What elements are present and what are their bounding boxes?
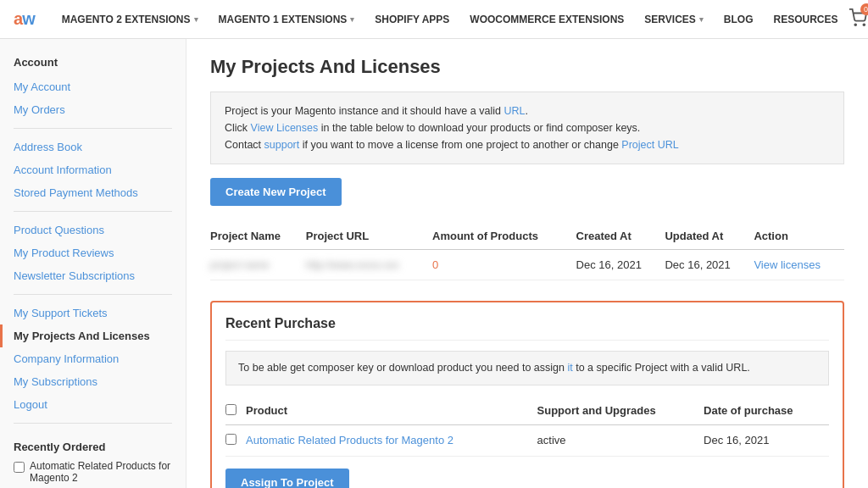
assign-info-box: To be able get composer key or download … xyxy=(225,351,829,385)
sidebar-item-my-account[interactable]: My Account xyxy=(0,75,186,98)
sidebar-item-projects-licenses[interactable]: My Projects And Licenses xyxy=(0,324,186,347)
sidebar-item-stored-payment[interactable]: Stored Payment Methods xyxy=(0,181,186,204)
sidebar-item-my-orders[interactable]: My Orders xyxy=(0,98,186,121)
chevron-down-icon: ▾ xyxy=(194,15,198,24)
nav-shopify[interactable]: SHOPIFY APPS xyxy=(364,0,459,39)
sidebar-item-product-reviews[interactable]: My Product Reviews xyxy=(0,241,186,264)
logo-letter-a: a xyxy=(14,9,22,29)
col-amount: Amount of Products xyxy=(432,223,576,250)
created-at-cell: Dec 16, 2021 xyxy=(576,250,665,280)
info-url-link[interactable]: URL xyxy=(504,105,525,117)
blurred-project-url: http://www.xxxxx.xxx xyxy=(306,259,399,271)
col-project-url: Project URL xyxy=(306,223,432,250)
create-new-project-button[interactable]: Create New Project xyxy=(210,178,342,206)
info-line3: Contact support if you want to move a li… xyxy=(225,136,830,153)
amount-cell: 0 xyxy=(432,250,576,280)
sidebar-divider-3 xyxy=(14,294,172,295)
blurred-project-name: project name xyxy=(210,259,269,271)
sidebar-item-address-book[interactable]: Address Book xyxy=(0,136,186,158)
row-checkbox-cell xyxy=(225,424,246,456)
top-nav: aw MAGENTO 2 EXTENSIONS ▾ MAGENTO 1 EXTE… xyxy=(0,0,868,39)
nav-magento1[interactable]: MAGENTO 1 EXTENSIONS ▾ xyxy=(209,0,365,39)
recently-ordered-item: Automatic Related Products for Magento 2 xyxy=(14,460,172,484)
date-purchase-cell: Dec 16, 2021 xyxy=(704,424,829,456)
chevron-down-icon: ▾ xyxy=(350,15,354,24)
page-layout: Account My Account My Orders Address Boo… xyxy=(0,39,868,488)
col-checkbox xyxy=(225,397,246,425)
recently-ordered-section: Recently Ordered Automatic Related Produ… xyxy=(0,430,186,488)
cart-button[interactable]: 0 xyxy=(849,8,867,30)
info-line1: Project is your Magento instance and it … xyxy=(225,103,830,119)
support-status-cell: active xyxy=(537,424,704,456)
info-text-project: Project xyxy=(225,105,258,117)
projects-table: Project Name Project URL Amount of Produ… xyxy=(210,223,844,280)
sidebar: Account My Account My Orders Address Boo… xyxy=(0,39,186,488)
page-title: My Projects And Licenses xyxy=(210,56,844,78)
col-support: Support and Upgrades xyxy=(537,397,704,425)
assign-to-project-button[interactable]: Assign To Project xyxy=(225,469,349,488)
col-product: Product xyxy=(246,397,537,425)
sidebar-item-newsletter[interactable]: Newsletter Subscriptions xyxy=(0,264,186,287)
assign-it-link[interactable]: it xyxy=(567,362,572,374)
col-updated-at: Updated At xyxy=(665,223,754,250)
purchase-table-row: Automatic Related Products for Magento 2… xyxy=(225,424,829,456)
nav-right: 0 xyxy=(849,8,867,30)
recent-purchase-title: Recent Purchase xyxy=(225,316,829,341)
recently-ordered-checkbox[interactable] xyxy=(14,462,25,473)
project-name-cell: project name xyxy=(210,250,306,280)
main-content: My Projects And Licenses Project is your… xyxy=(186,39,868,488)
row-checkbox[interactable] xyxy=(225,434,236,445)
view-licenses-link[interactable]: View licenses xyxy=(754,250,844,280)
account-section-title: Account xyxy=(0,53,186,75)
svg-point-1 xyxy=(863,24,865,25)
sidebar-item-account-information[interactable]: Account Information xyxy=(0,158,186,181)
sidebar-item-product-questions[interactable]: Product Questions xyxy=(0,219,186,241)
sidebar-divider-2 xyxy=(14,211,172,212)
info-project-url-link[interactable]: Project URL xyxy=(621,139,678,151)
select-all-checkbox[interactable] xyxy=(225,404,236,415)
col-action: Action xyxy=(754,223,844,250)
nav-magento2[interactable]: MAGENTO 2 EXTENSIONS ▾ xyxy=(52,0,209,39)
svg-point-0 xyxy=(854,24,856,25)
table-row: project name http://www.xxxxx.xxx 0 Dec … xyxy=(210,250,844,280)
recent-purchase-box: Recent Purchase To be able get composer … xyxy=(210,301,844,488)
sidebar-divider xyxy=(14,128,172,129)
info-box: Project is your Magento instance and it … xyxy=(210,92,844,164)
nav-woocommerce[interactable]: WOOCOMMERCE EXTENSIONS xyxy=(459,0,634,39)
purchase-table: Product Support and Upgrades Date of pur… xyxy=(225,397,829,457)
sidebar-divider-4 xyxy=(14,423,172,424)
info-support-link[interactable]: support xyxy=(264,139,300,151)
sidebar-item-support-tickets[interactable]: My Support Tickets xyxy=(0,302,186,324)
recently-ordered-product-name: Automatic Related Products for Magento 2 xyxy=(30,460,172,484)
recently-ordered-title: Recently Ordered xyxy=(14,441,172,453)
project-url-cell: http://www.xxxxx.xxx xyxy=(306,250,432,280)
logo-letter-w: w xyxy=(22,9,35,29)
nav-items: MAGENTO 2 EXTENSIONS ▾ MAGENTO 1 EXTENSI… xyxy=(52,0,849,39)
sidebar-item-logout[interactable]: Logout xyxy=(0,393,186,416)
logo[interactable]: aw xyxy=(14,9,35,29)
info-view-licenses-link[interactable]: View Licenses xyxy=(251,122,319,134)
nav-blog[interactable]: BLOG xyxy=(714,0,764,39)
col-project-name: Project Name xyxy=(210,223,306,250)
info-line2: Click View Licenses in the table below t… xyxy=(225,119,830,136)
nav-resources[interactable]: RESOURCES xyxy=(764,0,849,39)
updated-at-cell: Dec 16, 2021 xyxy=(665,250,754,280)
product-name-cell[interactable]: Automatic Related Products for Magento 2 xyxy=(246,424,537,456)
col-date-purchase: Date of purchase xyxy=(704,397,829,425)
sidebar-item-company-info[interactable]: Company Information xyxy=(0,347,186,370)
chevron-down-icon: ▾ xyxy=(699,15,704,24)
col-created-at: Created At xyxy=(576,223,665,250)
sidebar-item-subscriptions[interactable]: My Subscriptions xyxy=(0,370,186,393)
nav-services[interactable]: SERVICES ▾ xyxy=(634,0,713,39)
